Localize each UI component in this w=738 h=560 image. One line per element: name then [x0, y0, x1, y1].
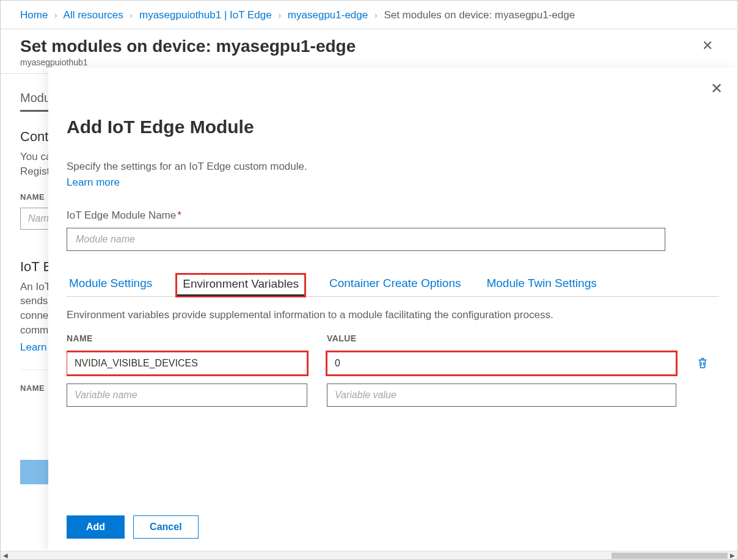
close-icon[interactable]: ✕ — [697, 37, 718, 55]
env-col-header-name: NAME — [67, 333, 307, 343]
breadcrumb-current: Set modules on device: myasegpu1-edge — [384, 9, 575, 21]
add-module-panel: ✕ Add IoT Edge Module Specify the settin… — [48, 68, 737, 551]
tab-module-settings[interactable]: Module Settings — [67, 273, 155, 296]
panel-desc: Specify the settings for an IoT Edge cus… — [67, 161, 719, 173]
panel-footer: Add Cancel — [67, 502, 719, 539]
required-indicator: * — [177, 209, 181, 221]
env-row-new: Variable name Variable value — [67, 384, 719, 407]
cancel-button[interactable]: Cancel — [133, 515, 198, 539]
review-create-button-preview[interactable] — [20, 460, 51, 484]
module-name-label: IoT Edge Module Name* — [67, 209, 719, 222]
env-row: NVIDIA_VISIBLE_DEVICES 0 — [67, 352, 719, 375]
page-title: Set modules on device: myasegpu1-edge — [20, 37, 356, 56]
env-name-input-new[interactable]: Variable name — [67, 384, 307, 407]
delete-row-icon[interactable] — [696, 356, 711, 371]
tab-environment-variables[interactable]: Environment Variables — [175, 273, 306, 297]
page-subtitle: myasegpuiothub1 — [20, 57, 356, 67]
panel-title: Add IoT Edge Module — [67, 117, 719, 137]
chevron-right-icon: › — [374, 10, 378, 20]
env-value-input-new[interactable]: Variable value — [327, 384, 676, 407]
env-name-input[interactable]: NVIDIA_VISIBLE_DEVICES — [67, 352, 307, 375]
env-variables-grid: NAME VALUE NVIDIA_VISIBLE_DEVICES 0 — [67, 333, 719, 407]
breadcrumb: Home › All resources › myasegpuiothub1 |… — [1, 1, 737, 29]
chevron-right-icon: › — [130, 10, 133, 20]
tab-container-create-options[interactable]: Container Create Options — [327, 273, 463, 296]
chevron-right-icon: › — [54, 10, 57, 20]
env-description: Environment variables provide supplement… — [67, 309, 719, 321]
scroll-left-icon[interactable]: ◀ — [2, 552, 9, 559]
scroll-right-icon[interactable]: ▶ — [729, 552, 736, 559]
tab-module-twin-settings[interactable]: Module Twin Settings — [484, 273, 599, 296]
breadcrumb-iothub[interactable]: myasegpuiothub1 | IoT Edge — [139, 9, 272, 21]
chevron-right-icon: › — [278, 10, 281, 20]
env-col-header-value: VALUE — [327, 333, 676, 343]
panel-close-icon[interactable]: ✕ — [711, 80, 723, 97]
horizontal-scrollbar[interactable]: ◀ ▶ — [1, 551, 737, 559]
breadcrumb-home[interactable]: Home — [20, 9, 48, 21]
panel-tabs: Module Settings Environment Variables Co… — [67, 273, 719, 297]
module-name-input[interactable]: Module name — [67, 228, 665, 251]
scrollbar-thumb[interactable] — [612, 553, 728, 559]
panel-learn-more-link[interactable]: Learn more — [67, 176, 120, 189]
env-value-input[interactable]: 0 — [327, 352, 676, 375]
breadcrumb-all-resources[interactable]: All resources — [64, 9, 123, 21]
breadcrumb-device[interactable]: myasegpu1-edge — [288, 9, 368, 21]
add-button[interactable]: Add — [67, 515, 125, 539]
